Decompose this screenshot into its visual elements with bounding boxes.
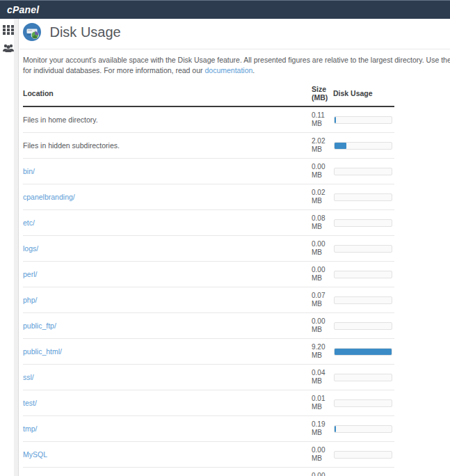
intro-text: Monitor your account's available space w… bbox=[23, 55, 450, 76]
disk-usage-bar bbox=[334, 322, 392, 330]
table-row: public_ftp/ 0.00 MB bbox=[23, 313, 394, 339]
location-label[interactable]: etc/ bbox=[23, 219, 35, 227]
table-row: Files in hidden subdirectories. 2.02 MB bbox=[23, 133, 394, 159]
size-value: 0.00 MB bbox=[312, 317, 325, 333]
location-label: Files in home directory. bbox=[23, 116, 98, 124]
size-value: 0.01 MB bbox=[312, 395, 325, 411]
table-row: cpanelbranding/ 0.02 MB bbox=[23, 184, 394, 210]
page-header: Disk Usage bbox=[19, 19, 450, 44]
size-value: 0.00 MB bbox=[312, 240, 325, 256]
table-row: logs/ 0.00 MB bbox=[23, 236, 394, 262]
disk-usage-bar bbox=[334, 116, 392, 124]
disk-usage-bar bbox=[334, 374, 392, 381]
header-divider bbox=[19, 49, 450, 49]
table-row: bin/ 0.00 MB bbox=[23, 159, 394, 184]
user-groups-icon[interactable] bbox=[3, 42, 14, 54]
disk-usage-bar-fill bbox=[335, 426, 336, 432]
cpanel-logo[interactable]: cPanel bbox=[0, 1, 39, 19]
column-header-location: Location bbox=[23, 80, 312, 106]
disk-usage-bar bbox=[334, 271, 392, 278]
location-label[interactable]: cpanelbranding/ bbox=[23, 193, 75, 201]
location-label[interactable]: perl/ bbox=[23, 270, 37, 278]
disk-usage-bar bbox=[334, 168, 392, 175]
location-label: Files in hidden subdirectories. bbox=[23, 141, 120, 150]
size-value: 0.00 MB bbox=[312, 266, 325, 282]
disk-usage-bar-fill bbox=[335, 143, 346, 149]
disk-usage-bar bbox=[334, 425, 392, 433]
table-row: php/ 0.07 MB bbox=[23, 287, 394, 313]
disk-usage-bar bbox=[334, 193, 392, 201]
table-row: ssl/ 0.04 MB bbox=[23, 365, 394, 390]
table-row: public_html/ 9.20 MB bbox=[23, 339, 394, 365]
column-header-disk-usage: Disk Usage bbox=[333, 80, 394, 106]
disk-usage-bar-fill bbox=[335, 117, 336, 123]
disk-usage-bar-fill bbox=[335, 349, 392, 355]
location-label[interactable]: tmp/ bbox=[23, 425, 37, 433]
table-row: test/ 0.01 MB bbox=[23, 390, 394, 416]
size-value: 0.00 MB bbox=[312, 472, 325, 476]
disk-usage-bar bbox=[334, 219, 392, 227]
size-value: 0.07 MB bbox=[312, 292, 325, 308]
table-row: Files in home directory. 0.11 MB bbox=[23, 106, 394, 133]
disk-usage-bar bbox=[334, 142, 392, 150]
size-value: 0.19 MB bbox=[312, 420, 325, 436]
table-row: Mailing Lists 0.00 MB bbox=[23, 468, 394, 476]
location-label[interactable]: test/ bbox=[23, 399, 37, 407]
table-row: perl/ 0.00 MB bbox=[23, 262, 394, 287]
top-navbar: cPanel bbox=[0, 0, 450, 19]
disk-usage-bar bbox=[334, 296, 392, 304]
size-value: 0.00 MB bbox=[312, 446, 325, 462]
disk-usage-icon bbox=[23, 23, 41, 41]
table-row: etc/ 0.08 MB bbox=[23, 210, 394, 236]
disk-usage-table: Location Size (MB) Disk Usage Files in h… bbox=[23, 80, 394, 476]
table-row: MySQL 0.00 MB bbox=[23, 442, 394, 468]
size-value: 0.11 MB bbox=[312, 111, 325, 127]
sidebar-divider bbox=[14, 19, 19, 476]
apps-grid-icon[interactable] bbox=[3, 24, 14, 35]
size-value: 9.20 MB bbox=[312, 343, 325, 359]
location-label[interactable]: public_html/ bbox=[23, 347, 62, 356]
size-value: 0.08 MB bbox=[312, 214, 325, 230]
intro-line-1: Monitor your account's available space w… bbox=[23, 55, 450, 65]
size-value: 0.00 MB bbox=[312, 163, 325, 179]
main-content: Disk Usage Monitor your account's availa… bbox=[19, 19, 450, 476]
disk-usage-bar bbox=[334, 245, 392, 253]
location-label[interactable]: MySQL bbox=[23, 450, 47, 459]
size-value: 2.02 MB bbox=[312, 137, 325, 153]
disk-usage-bar bbox=[334, 348, 392, 356]
table-row: tmp/ 0.19 MB bbox=[23, 416, 394, 442]
column-header-size: Size (MB) bbox=[312, 80, 333, 106]
disk-usage-bar bbox=[334, 399, 392, 407]
location-label[interactable]: public_ftp/ bbox=[23, 322, 56, 330]
location-label[interactable]: php/ bbox=[23, 296, 37, 304]
disk-usage-bar bbox=[334, 451, 392, 459]
location-label[interactable]: bin/ bbox=[23, 167, 35, 175]
location-label[interactable]: ssl/ bbox=[23, 373, 34, 381]
location-label[interactable]: logs/ bbox=[23, 244, 38, 253]
sidebar bbox=[0, 19, 14, 476]
size-value: 0.02 MB bbox=[312, 189, 325, 205]
page-title: Disk Usage bbox=[49, 24, 120, 40]
documentation-link[interactable]: documentation bbox=[204, 66, 252, 74]
intro-line-2: for individual databases. For more infor… bbox=[23, 65, 450, 76]
size-value: 0.04 MB bbox=[312, 369, 325, 385]
table-header-row: Location Size (MB) Disk Usage bbox=[23, 80, 394, 106]
